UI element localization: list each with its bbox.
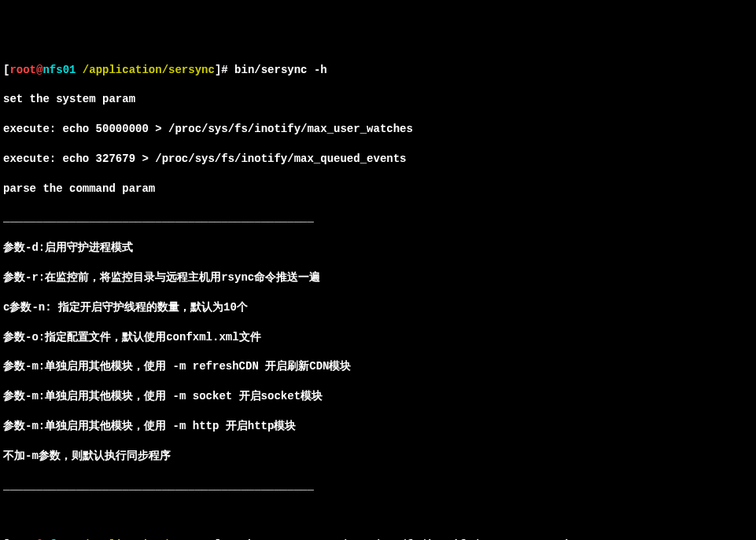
help-line: 参数-m:单独启用其他模块，使用 -m refreshCDN 开启刷新CDN模块 [3, 359, 753, 374]
help-line: 不加-m参数，则默认执行同步程序 [3, 449, 753, 464]
command-text: bin/sersync -h [234, 64, 327, 76]
blank-line [3, 508, 753, 523]
output-line: execute: echo 327679 > /proc/sys/fs/inot… [3, 152, 753, 167]
cmd-line-1: [root@nfs01 /application/sersync]# bin/s… [3, 63, 753, 78]
help-line: 参数-o:指定配置文件，默认使用confxml.xml文件 [3, 330, 753, 345]
help-line: c参数-n: 指定开启守护线程的数量，默认为10个 [3, 300, 753, 315]
output-line: set the system param [3, 92, 753, 107]
divider-line: ________________________________________… [3, 211, 753, 226]
divider-line: ________________________________________… [3, 479, 753, 494]
output-line: parse the command param [3, 182, 753, 197]
help-line: 参数-m:单独启用其他模块，使用 -m http 开启http模块 [3, 419, 753, 434]
prompt-path: /application/sersync [83, 64, 215, 76]
output-line: execute: echo 50000000 > /proc/sys/fs/in… [3, 122, 753, 137]
prompt-host: nfs01 [42, 64, 76, 76]
help-line: 参数-r:在监控前，将监控目录与远程主机用rsync命令推送一遍 [3, 270, 753, 285]
bracket-close: ]# [215, 64, 228, 76]
help-line: 参数-d:启用守护进程模式 [3, 241, 753, 255]
help-line: 参数-m:单独启用其他模块，使用 -m socket 开启socket模块 [3, 389, 753, 404]
prompt-user: root [9, 64, 36, 76]
